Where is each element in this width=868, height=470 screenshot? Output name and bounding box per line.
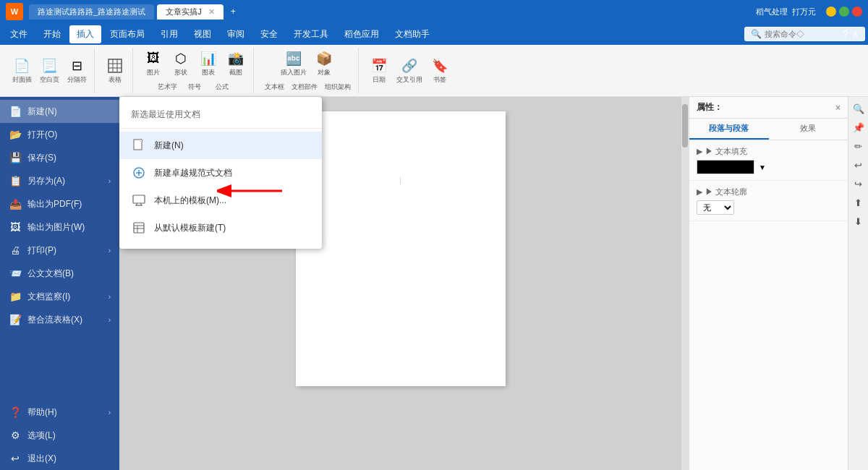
sidebar-fileops[interactable]: 📁 文档监察(I) ›: [0, 285, 119, 308]
sidebar-saveas[interactable]: 📋 另存为(A) ›: [0, 169, 119, 192]
chart-icon: 📊: [200, 50, 217, 67]
menu-insert[interactable]: 插入: [69, 25, 101, 43]
table-group: 表格: [98, 48, 133, 93]
blank-page-button[interactable]: 📃 空白页: [36, 56, 62, 86]
strip-up-button[interactable]: ⬆: [850, 194, 867, 211]
shape-button[interactable]: ⬡ 形状: [168, 48, 194, 79]
sidebar-help[interactable]: ❓ 帮助(H) ›: [0, 401, 119, 424]
cursor-indicator: |: [399, 176, 401, 184]
search-input[interactable]: [765, 30, 837, 38]
sidebar-new[interactable]: 📄 新建(N): [0, 100, 119, 123]
fileops-arrow: ›: [109, 293, 111, 301]
object-button[interactable]: 📦 对象: [311, 48, 337, 79]
strip-search-button[interactable]: 🔍: [850, 100, 867, 117]
orgchart-label: 组织架构: [325, 82, 351, 92]
close-button[interactable]: [852, 7, 862, 17]
vertical-scrollbar[interactable]: [681, 97, 689, 470]
dropdown-new-blank[interactable]: 新建(N): [119, 132, 322, 159]
sidebar-options[interactable]: ⚙ 选项(L): [0, 424, 119, 447]
sidebar-review[interactable]: 📝 整合流表格(X) ›: [0, 308, 119, 331]
image-button[interactable]: 🖼 图片: [140, 48, 166, 79]
strip-pin-button[interactable]: 📌: [850, 119, 867, 136]
maximize-button[interactable]: [839, 7, 849, 17]
panel-tab-effects[interactable]: 效果: [769, 119, 848, 140]
insert-image-button[interactable]: 🔤 插入图片: [278, 48, 310, 79]
panel-tab-paragraph[interactable]: 段落与段落: [689, 119, 769, 140]
formula-button[interactable]: 公式: [209, 80, 235, 93]
screenshot-button[interactable]: 📸 截图: [223, 48, 249, 79]
outline-select[interactable]: 无 细线 实线: [697, 200, 734, 215]
outline-expand-icon[interactable]: ▶: [697, 187, 702, 197]
cover-group: 📄 封面插 📃 空白页 ⊟ 分隔符: [4, 48, 95, 93]
scrollbar-thumb[interactable]: [682, 104, 688, 148]
table-button[interactable]: 表格: [102, 56, 128, 86]
panel-close-button[interactable]: ×: [835, 103, 841, 113]
new-tab-button[interactable]: +: [226, 5, 240, 18]
sidebar-exit[interactable]: ↩ 退出(X): [0, 447, 119, 470]
cover-label: 封面插: [12, 75, 32, 85]
expand-icon[interactable]: ▶: [697, 147, 702, 156]
menu-dev-tools[interactable]: 开发工具: [286, 25, 336, 43]
bookmark-button[interactable]: 🔖 书签: [427, 56, 453, 86]
strip-down-button[interactable]: ⬇: [850, 213, 867, 230]
document-page: |: [296, 111, 506, 386]
crossref-button[interactable]: 🔗 交叉引用: [393, 56, 425, 86]
docpart-button[interactable]: 文档部件: [289, 80, 320, 93]
textbox-button[interactable]: 文本框: [261, 80, 287, 93]
dropdown-from-template[interactable]: 从默认模板新建(T): [119, 214, 322, 242]
sidebar-share-label: 公文文档(B): [27, 268, 74, 280]
strip-undo-button[interactable]: ↩: [850, 156, 867, 174]
dropdown-new-blank-label: 新建(N): [154, 140, 184, 152]
menu-security[interactable]: 安全: [253, 25, 285, 43]
menu-color-app[interactable]: 稻色应用: [337, 25, 386, 43]
menu-review[interactable]: 审阅: [220, 25, 252, 43]
cover-button[interactable]: 📄 封面插: [9, 56, 35, 86]
sidebar-fileops-label: 文档监察(I): [27, 291, 70, 303]
icon-strip: 🔍 📌 ✏ ↩ ↪ ⬆ ⬇: [848, 97, 868, 470]
minimize-button[interactable]: [826, 7, 836, 17]
symbol-label: 符号: [188, 82, 201, 92]
chart-button[interactable]: 📊 图表: [195, 48, 221, 79]
menu-file[interactable]: 文件: [3, 25, 35, 43]
collapse-icon[interactable]: ∧: [852, 29, 859, 39]
crossref-icon: 🔗: [401, 57, 418, 74]
sidebar-print[interactable]: 🖨 打印(P) ›: [0, 239, 119, 262]
sidebar-exportimg[interactable]: 🖼 输出为图片(W): [0, 215, 119, 239]
menu-view[interactable]: 视图: [187, 25, 218, 43]
sidebar-save[interactable]: 💾 保存(S): [0, 146, 119, 169]
formula-label: 公式: [216, 82, 229, 92]
search-bar[interactable]: 🔍 ? ∧: [744, 27, 865, 41]
tab-2[interactable]: 文章实搞J ✕: [157, 4, 224, 20]
menu-reference[interactable]: 引用: [153, 25, 185, 43]
menu-page-layout[interactable]: 页面布局: [103, 25, 152, 43]
exit-icon: ↩: [9, 452, 22, 465]
sidebar-open[interactable]: 📂 打开(O): [0, 123, 119, 146]
exportpdf-icon: 📤: [9, 197, 22, 210]
color-dropdown-icon[interactable]: ▼: [759, 163, 766, 171]
text-row2: 文本框 文档部件 组织架构: [261, 80, 354, 93]
tab-close-icon[interactable]: ✕: [208, 7, 215, 16]
sidebar-exportpdf[interactable]: 📤 输出为PDF(F): [0, 192, 119, 215]
illustration-group: 🖼 图片 ⬡ 形状 📊 图表 📸 截图 艺术字 符号: [136, 48, 254, 93]
text-fill-color[interactable]: [697, 160, 754, 174]
menu-home[interactable]: 开始: [36, 25, 68, 43]
tab-1[interactable]: 路途测试路路路_路途路途测试: [29, 4, 154, 20]
text-fill-section: ▶ ▶ 文本填充 ▼: [689, 140, 848, 181]
exportimg-icon: 🖼: [9, 221, 22, 234]
date-button[interactable]: 📅 日期: [366, 56, 392, 86]
new-blank-icon: [131, 137, 147, 153]
orgchart-button[interactable]: 组织架构: [322, 80, 354, 93]
sidebar-share[interactable]: 📨 公文文档(B): [0, 262, 119, 285]
link-row: 📅 日期 🔗 交叉引用 🔖 书签: [366, 56, 453, 86]
text-art-button[interactable]: 艺术字: [154, 80, 180, 93]
strip-edit-button[interactable]: ✏: [850, 137, 867, 155]
upgrade-label[interactable]: 打万元: [792, 7, 816, 17]
strip-redo-button[interactable]: ↪: [850, 175, 867, 192]
menu-doc-helper[interactable]: 文档助手: [388, 25, 437, 43]
separator-button[interactable]: ⊟ 分隔符: [64, 56, 90, 86]
symbol-button[interactable]: 符号: [182, 80, 208, 93]
help-icon[interactable]: ?: [843, 29, 848, 39]
from-pc-icon: [131, 192, 147, 208]
window-controls: [826, 7, 862, 17]
shape-icon: ⬡: [172, 50, 190, 67]
